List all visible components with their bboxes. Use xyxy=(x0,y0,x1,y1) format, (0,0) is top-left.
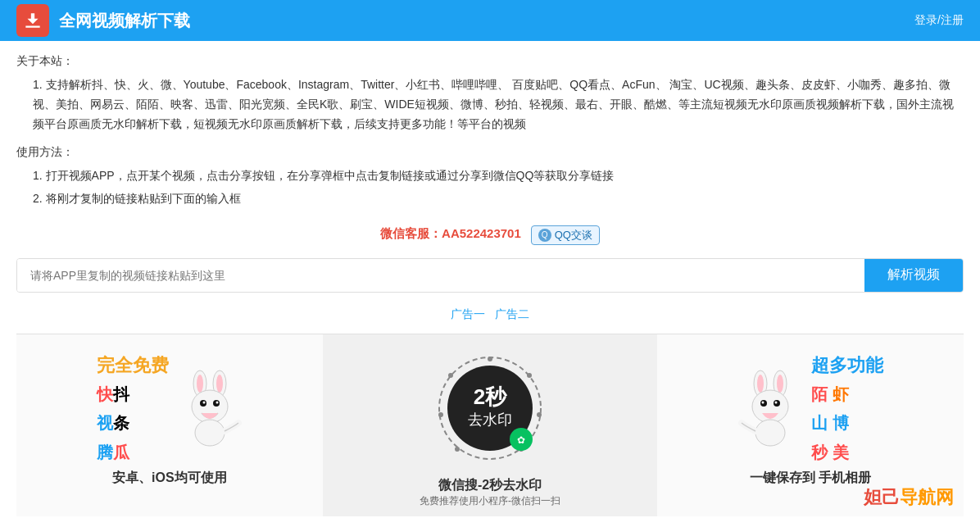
svg-point-9 xyxy=(195,420,225,446)
brand-text1: 妲己 xyxy=(864,487,900,507)
left-feature-text: 完全免费 快抖 视条 腾瓜 xyxy=(97,351,169,466)
about-list: 支持解析抖、快、火、微、Youtube、Facebook、Instagram、T… xyxy=(16,75,964,134)
banner-left-panel: 完全免费 快抖 视条 腾瓜 xyxy=(16,334,323,516)
svg-point-17 xyxy=(438,412,443,417)
header-left: 全网视频解析下载 xyxy=(16,4,190,37)
contact-bar: 微信客服：AA522423701 Q QQ交谈 xyxy=(16,225,964,245)
login-register-link[interactable]: 登录/注册 xyxy=(914,13,964,28)
usage-title: 使用方法： xyxy=(16,145,964,160)
right-tag-row1: 陌 虾 xyxy=(811,379,883,408)
page-header: 全网视频解析下载 登录/注册 xyxy=(0,0,980,41)
tag-shi: 视 xyxy=(97,414,113,432)
left-headline: 完全免费 xyxy=(97,351,169,379)
tag-tiao: 条 xyxy=(113,414,129,432)
qq-icon: Q xyxy=(538,229,551,242)
ad-link-1[interactable]: 广告一 xyxy=(451,307,485,320)
svg-point-2 xyxy=(197,375,203,393)
rabbit-left-icon xyxy=(177,367,243,449)
tag-dou: 抖 xyxy=(113,385,129,403)
qq-chat-button[interactable]: Q QQ交谈 xyxy=(531,225,600,245)
header-logo xyxy=(16,4,49,37)
about-item-1: 支持解析抖、快、火、微、Youtube、Facebook、Instagram、T… xyxy=(33,75,964,134)
tag-xia: 虾 xyxy=(828,385,849,403)
tag-gua: 瓜 xyxy=(113,443,129,461)
right-tag-row3: 秒 美 xyxy=(811,438,883,466)
parse-video-button[interactable]: 解析视频 xyxy=(864,259,963,292)
video-url-input[interactable] xyxy=(17,259,864,292)
right-headline: 超多功能 xyxy=(811,351,883,379)
svg-point-3 xyxy=(216,375,223,393)
tag-kuai: 快 xyxy=(97,385,113,403)
right-tag-row2: 山 博 xyxy=(811,408,883,437)
svg-point-7 xyxy=(202,402,205,404)
left-caption: 安卓、iOS均可使用 xyxy=(112,470,227,487)
svg-point-18 xyxy=(448,373,453,378)
svg-point-13 xyxy=(527,373,532,378)
svg-point-8 xyxy=(216,402,218,404)
usage-item-2: 将刚才复制的链接粘贴到下面的输入框 xyxy=(33,189,964,209)
banner-area: 完全免费 快抖 视条 腾瓜 xyxy=(16,334,964,516)
left-tag-row3: 腾瓜 xyxy=(97,438,169,466)
mid-dashed-ring: 2秒 去水印 ✿ xyxy=(433,351,547,466)
svg-text:✿: ✿ xyxy=(517,434,525,446)
mid-caption: 微信搜-2秒去水印 xyxy=(438,477,542,494)
usage-list: 打开视频APP，点开某个视频，点击分享按钮，在分享弹框中点击复制链接或通过分享到… xyxy=(16,166,964,209)
ad-link-2[interactable]: 广告二 xyxy=(495,307,529,320)
svg-text:去水印: 去水印 xyxy=(468,411,512,428)
tag-miao: 秒 xyxy=(811,443,828,461)
banner-left-inner: 完全免费 快抖 视条 腾瓜 xyxy=(25,351,315,466)
tag-teng: 腾 xyxy=(97,443,113,461)
left-tag-row2: 视条 xyxy=(97,408,169,437)
tag-mo: 陌 xyxy=(811,385,828,403)
svg-point-14 xyxy=(537,412,542,417)
usage-item-1: 打开视频APP，点开某个视频，点击分享按钮，在分享弹框中点击复制链接或通过分享到… xyxy=(33,166,964,186)
qq-chat-label: QQ交谈 xyxy=(555,228,592,243)
brand-text2: 导航网 xyxy=(900,487,954,507)
banner-right-inner: 超多功能 陌 虾 山 博 秒 美 xyxy=(665,351,955,466)
ads-bar: 广告一 广告二 xyxy=(16,307,964,322)
mid-subcaption: 免费推荐使用小程序-微信扫一扫 xyxy=(420,494,560,508)
svg-text:2秒: 2秒 xyxy=(474,384,508,409)
svg-point-16 xyxy=(455,447,460,452)
header-title: 全网视频解析下载 xyxy=(59,10,190,32)
svg-point-12 xyxy=(488,357,492,361)
tag-mei: 美 xyxy=(828,443,849,461)
tag-bo: 博 xyxy=(828,414,849,432)
about-title: 关于本站： xyxy=(16,54,964,69)
download-icon xyxy=(22,10,43,31)
tag-shan: 山 xyxy=(811,414,828,432)
bottom-brand: 妲己导航网 xyxy=(864,485,954,510)
svg-point-32 xyxy=(755,420,785,446)
left-tag-row1: 快抖 xyxy=(97,379,169,408)
mid-circle-wrapper: 2秒 去水印 ✿ xyxy=(433,351,547,466)
right-caption: 一键保存到 手机相册 xyxy=(750,470,871,487)
wechat-contact: 微信客服：AA522423701 xyxy=(380,226,521,240)
main-content: 关于本站： 支持解析抖、快、火、微、Youtube、Facebook、Insta… xyxy=(0,41,980,518)
search-bar: 解析视频 xyxy=(16,258,964,293)
rabbit-right-icon xyxy=(737,367,803,449)
right-feature-text: 超多功能 陌 虾 山 博 秒 美 xyxy=(811,351,883,466)
banner-mid-panel: 2秒 去水印 ✿ 微信搜-2秒去水印 免费推荐使用小程序-微信扫一扫 xyxy=(323,334,658,516)
